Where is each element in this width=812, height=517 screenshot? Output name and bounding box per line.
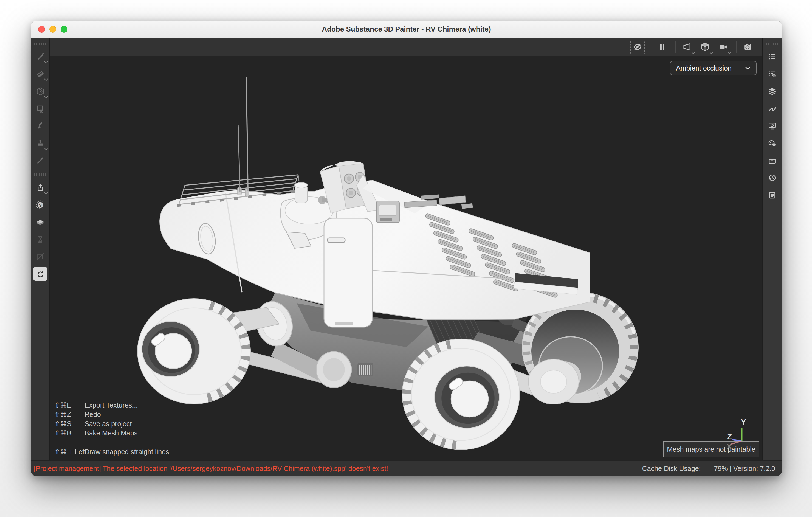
toolbar-separator: [651, 40, 651, 53]
assets-icon: [35, 217, 45, 227]
history-panel-icon: [767, 173, 777, 183]
viewport-snapshot-icon: [742, 41, 753, 52]
assets-button[interactable]: [32, 213, 49, 231]
shader-settings-panel-button[interactable]: [763, 135, 781, 152]
pause-engine-icon: [657, 41, 668, 52]
uv-disabled-button[interactable]: [32, 248, 49, 265]
toolbar-grip[interactable]: [34, 42, 46, 45]
eye-visibility-toggle-button[interactable]: [630, 40, 645, 54]
polygon-fill-tool-button[interactable]: [32, 100, 49, 117]
pause-engine-button[interactable]: [655, 40, 669, 54]
mesh-display-button[interactable]: [698, 40, 712, 54]
channel-select-value: Ambient occlusion: [676, 64, 732, 72]
projection-tool-icon: [35, 86, 45, 96]
perspective-view-button[interactable]: [680, 40, 694, 54]
center-column: Ambient occlusion ⇧⌘EExport Textures... …: [50, 38, 762, 460]
texture-set-panel-icon: [767, 155, 777, 166]
brush-stroke-panel-icon: [767, 104, 777, 114]
log-panel-button[interactable]: [763, 186, 781, 204]
desktop-background: Adobe Substance 3D Painter - RV Chimera …: [0, 0, 812, 517]
status-tooltip: Mesh maps are not paintable: [663, 441, 759, 457]
viewport-3d[interactable]: Ambient occlusion ⇧⌘EExport Textures... …: [50, 56, 762, 460]
log-panel-icon: [767, 190, 777, 200]
perspective-view-icon: [682, 41, 692, 52]
clone-stamp-tool-icon: [35, 138, 45, 148]
settings-list-panel-button[interactable]: [763, 65, 781, 83]
projection-tool-button[interactable]: [32, 83, 49, 100]
settings-list-panel-icon: [767, 69, 777, 79]
history-panel-button[interactable]: [763, 169, 781, 186]
camera-view-button[interactable]: [716, 40, 730, 54]
status-error-message: [Project management] The selected locati…: [34, 465, 388, 472]
toolbar-grip[interactable]: [34, 173, 46, 176]
app-window: Adobe Substance 3D Painter - RV Chimera …: [31, 21, 782, 476]
channel-select[interactable]: Ambient occlusion: [670, 61, 757, 75]
toolbar-separator: [736, 40, 737, 53]
svg-text:S: S: [39, 203, 41, 207]
status-cache-info: Cache Disk Usage:79% | Version: 7.2.0: [642, 465, 775, 472]
eye-visibility-toggle-icon: [632, 41, 643, 52]
paint-brush-tool-icon: [35, 52, 45, 62]
uv-disabled-icon: [35, 252, 45, 262]
shortcut-row: ⇧⌘ZRedo: [54, 410, 169, 419]
right-toolbar: [762, 38, 782, 460]
texture-set-panel-button[interactable]: [763, 152, 781, 169]
eraser-tool-button[interactable]: [32, 65, 49, 83]
left-toolbar: S: [31, 38, 50, 460]
minimize-button[interactable]: [49, 26, 56, 33]
brush-stroke-panel-button[interactable]: [763, 100, 781, 117]
close-button[interactable]: [38, 26, 45, 33]
main-content: S Ambient occlusion ⇧⌘EExport Textures..…: [31, 38, 782, 460]
viewport-toolbar: [50, 38, 762, 56]
toolbar-grip[interactable]: [766, 42, 778, 45]
shortcut-row: ⇧⌘SSave as project: [54, 419, 169, 428]
shader-settings-panel-icon: [767, 138, 777, 148]
layers-panel-icon: [767, 86, 777, 96]
shortcut-row: ⇧⌘EExport Textures...: [54, 400, 169, 410]
viewport-snapshot-button[interactable]: [741, 40, 755, 54]
statusbar: [Project management] The selected locati…: [31, 460, 782, 476]
camera-view-icon: [718, 41, 729, 52]
properties-panel-button[interactable]: [763, 48, 781, 65]
window-titlebar: Adobe Substance 3D Painter - RV Chimera …: [31, 21, 782, 38]
shortcut-hints: ⇧⌘EExport Textures... ⇧⌘ZRedo ⇧⌘SSave as…: [54, 400, 169, 456]
shortcut-row: ⇧⌘BBake Mesh Maps: [54, 428, 169, 438]
shortcut-row: ⇧⌘ + LeftDraw snapped straight lines: [54, 447, 169, 456]
clone-stamp-tool-button[interactable]: [32, 135, 49, 152]
toolbar-separator: [675, 40, 676, 53]
window-title: Adobe Substance 3D Painter - RV Chimera …: [322, 25, 491, 33]
export-textures-button[interactable]: [32, 179, 49, 196]
rover-model[interactable]: [50, 56, 762, 460]
color-picker-tool-icon: [35, 155, 45, 166]
resources-updater-button[interactable]: [32, 265, 49, 283]
smudge-tool-button[interactable]: [32, 117, 49, 135]
properties-panel-icon: [767, 52, 777, 62]
mesh-display-icon: [699, 41, 710, 52]
resources-updater-icon: [35, 269, 45, 279]
substance-source-button[interactable]: S: [32, 196, 49, 213]
substance-source-icon: S: [35, 200, 45, 210]
display-settings-panel-icon: [767, 121, 777, 131]
bake-disabled-button[interactable]: [32, 231, 49, 248]
smudge-tool-icon: [35, 121, 45, 131]
eraser-tool-icon: [35, 69, 45, 79]
zoom-button[interactable]: [61, 26, 67, 33]
export-textures-icon: [35, 183, 45, 193]
polygon-fill-tool-icon: [35, 104, 45, 114]
traffic-lights: [38, 21, 67, 38]
layers-panel-button[interactable]: [763, 83, 781, 100]
color-picker-tool-button[interactable]: [32, 152, 49, 169]
display-settings-panel-button[interactable]: [763, 117, 781, 135]
paint-brush-tool-button[interactable]: [32, 48, 49, 65]
bake-disabled-icon: [35, 235, 45, 245]
chevron-down-icon: [745, 65, 751, 71]
